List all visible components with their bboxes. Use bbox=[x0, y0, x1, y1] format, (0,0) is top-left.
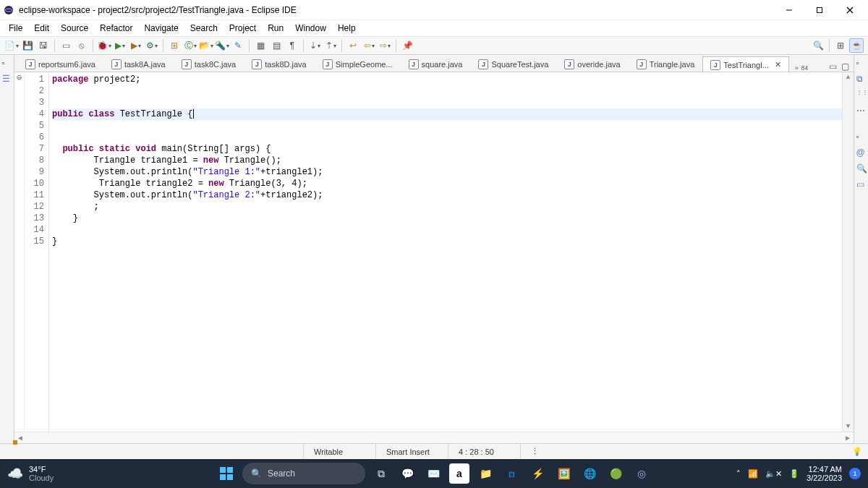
chrome-icon[interactable]: 🟢 bbox=[605, 463, 626, 484]
java-perspective-button[interactable]: ☕ bbox=[849, 38, 864, 53]
wifi-icon[interactable]: 📶 bbox=[748, 469, 758, 479]
menu-edit[interactable]: Edit bbox=[28, 22, 55, 35]
code-line[interactable]: package project2; bbox=[52, 74, 842, 85]
menu-navigate[interactable]: Navigate bbox=[138, 22, 184, 35]
amazon-icon[interactable]: a bbox=[449, 463, 469, 484]
coverage-button[interactable]: ▶▾ bbox=[129, 38, 143, 53]
code-line[interactable] bbox=[52, 224, 842, 236]
vertical-scrollbar[interactable]: ▲ ▼ bbox=[842, 72, 854, 432]
menu-source[interactable]: Source bbox=[55, 22, 94, 35]
minimize-button[interactable] bbox=[774, 1, 804, 20]
chat-icon[interactable]: 💬 bbox=[397, 463, 417, 484]
menu-search[interactable]: Search bbox=[184, 22, 224, 35]
outline-view-icon[interactable]: ⧉ bbox=[856, 74, 867, 84]
show-whitespace-button[interactable]: ▤ bbox=[269, 38, 284, 53]
next-annotation-button[interactable]: ⇣▾ bbox=[307, 38, 322, 53]
code-line[interactable]: ; bbox=[52, 201, 842, 213]
toggle-block-button[interactable]: ▦ bbox=[253, 38, 268, 53]
code-line[interactable]: } bbox=[52, 236, 842, 247]
code-line[interactable]: Triangle triangle1 = new Triangle(); bbox=[52, 155, 842, 166]
problems-view-icon[interactable]: @ bbox=[856, 147, 867, 158]
stacked-view-icon[interactable]: ⋯ bbox=[856, 106, 867, 116]
back-button[interactable]: ⇦▾ bbox=[362, 38, 376, 53]
editor-tab[interactable]: Jtask8A.java bbox=[103, 56, 174, 72]
restore-bottom-icon[interactable]: ▫ bbox=[856, 132, 867, 142]
taskbar-clock[interactable]: 12:47 AM 3/22/2023 bbox=[807, 465, 842, 482]
code-line[interactable]: System.out.println("Triangle 2:"+triangl… bbox=[52, 189, 842, 201]
package-explorer-icon[interactable]: ☰ bbox=[2, 74, 12, 84]
taskbar-search[interactable]: 🔍 Search bbox=[242, 463, 365, 484]
code-line[interactable]: public static void main(String[] args) { bbox=[52, 143, 842, 155]
editor-tab[interactable]: Jtask8D.java bbox=[244, 56, 314, 72]
editor-tab[interactable]: JTriangle.java bbox=[629, 56, 703, 72]
new-button[interactable]: 📄▾ bbox=[4, 38, 19, 53]
maximize-editor-icon[interactable]: ▢ bbox=[841, 61, 849, 72]
code-line[interactable] bbox=[52, 97, 842, 108]
run-button[interactable]: ▶▾ bbox=[113, 38, 127, 53]
editor-tab[interactable]: Jtask8C.java bbox=[174, 56, 244, 72]
new-class-button[interactable]: Ⓒ▾ bbox=[183, 38, 197, 53]
file-explorer-icon[interactable]: 📁 bbox=[475, 463, 495, 484]
code-area[interactable]: package project2; public class TestTrian… bbox=[49, 72, 842, 432]
skip-breakpoints-button[interactable]: ⦸ bbox=[75, 38, 89, 53]
editor-tab[interactable]: JSquareTest.java bbox=[470, 56, 556, 72]
menu-help[interactable]: Help bbox=[332, 22, 362, 35]
code-line[interactable]: System.out.println("Triangle 1:"+triangl… bbox=[52, 166, 842, 178]
code-line[interactable] bbox=[52, 120, 842, 132]
prev-annotation-button[interactable]: ⇡▾ bbox=[323, 38, 338, 53]
editor-tab[interactable]: JSimpleGeome... bbox=[315, 56, 401, 72]
editor-tab[interactable]: Jreportsum6.java bbox=[17, 56, 103, 72]
menu-window[interactable]: Window bbox=[289, 22, 332, 35]
tab-close-icon[interactable]: ✕ bbox=[775, 60, 781, 69]
declaration-view-icon[interactable]: 🔍 bbox=[856, 163, 867, 174]
tip-icon[interactable]: 💡 bbox=[852, 447, 868, 456]
code-line[interactable] bbox=[52, 132, 842, 143]
pin-button[interactable]: 📌 bbox=[400, 38, 414, 53]
photos-icon[interactable]: 🖼️ bbox=[553, 463, 574, 484]
new-package-button[interactable]: ⊞ bbox=[167, 38, 182, 53]
editor-tab[interactable]: JTestTriangl...✕ bbox=[702, 56, 789, 72]
save-button[interactable]: 💾 bbox=[20, 38, 35, 53]
editor-tab[interactable]: Joveride.java bbox=[556, 56, 628, 72]
notifications-icon[interactable]: 1 bbox=[849, 468, 861, 479]
console-view-icon[interactable]: ▭ bbox=[856, 179, 867, 189]
tab-overflow[interactable]: »84 bbox=[789, 64, 814, 72]
save-all-button[interactable]: 🖫 bbox=[36, 38, 51, 53]
edge-icon[interactable]: 🌐 bbox=[579, 463, 600, 484]
minimize-editor-icon[interactable]: ▭ bbox=[829, 61, 837, 72]
menu-refactor[interactable]: Refactor bbox=[94, 22, 138, 35]
task-list-view-icon[interactable]: ⋮⋮ bbox=[856, 90, 867, 100]
battery-icon[interactable]: 🔋 bbox=[789, 469, 799, 479]
mail-icon[interactable]: ✉️ bbox=[423, 463, 443, 484]
volume-icon[interactable]: 🔈✕ bbox=[765, 469, 782, 479]
code-line[interactable]: public class TestTriangle { bbox=[52, 108, 842, 120]
restore-view-icon[interactable]: ▫ bbox=[2, 58, 12, 68]
close-button[interactable] bbox=[835, 1, 865, 20]
scroll-right-icon[interactable]: ► bbox=[842, 434, 854, 442]
search-button[interactable]: 🔦▾ bbox=[215, 38, 229, 53]
pilcrow-button[interactable]: ¶ bbox=[285, 38, 299, 53]
toggle-mark-button[interactable]: ✎ bbox=[231, 38, 245, 53]
last-edit-button[interactable]: ↩ bbox=[346, 38, 360, 53]
editor-tab[interactable]: Jsquare.java bbox=[401, 56, 471, 72]
debug-button[interactable]: 🐞▾ bbox=[97, 38, 111, 53]
code-line[interactable]: Triangle triangle2 = new Triangle(3, 4); bbox=[52, 178, 842, 189]
code-line[interactable]: } bbox=[52, 213, 842, 224]
code-line[interactable] bbox=[52, 85, 842, 97]
status-extra[interactable]: ⋮ bbox=[520, 444, 549, 459]
start-button[interactable] bbox=[216, 463, 237, 484]
open-type-button[interactable]: 📂▾ bbox=[199, 38, 213, 53]
horizontal-scrollbar[interactable]: ◄ ► bbox=[14, 432, 854, 443]
tray-chevron-icon[interactable]: ˄ bbox=[736, 469, 741, 479]
quick-access-search-icon[interactable]: 🔍 bbox=[811, 38, 825, 53]
task-view-icon[interactable]: ⧉ bbox=[371, 463, 391, 484]
taskbar-weather[interactable]: ☁️ 34°F Cloudy bbox=[7, 465, 54, 482]
menu-run[interactable]: Run bbox=[262, 22, 289, 35]
eclipse-taskbar-icon[interactable]: ◎ bbox=[631, 463, 652, 484]
terminal-button[interactable]: ▭ bbox=[59, 38, 73, 53]
restore-right-icon[interactable]: ▫ bbox=[856, 58, 867, 68]
dropbox-icon[interactable]: ⧈ bbox=[501, 463, 522, 484]
maximize-button[interactable] bbox=[804, 1, 835, 20]
app-generic-icon[interactable]: ⚡ bbox=[527, 463, 548, 484]
menu-project[interactable]: Project bbox=[224, 22, 262, 35]
